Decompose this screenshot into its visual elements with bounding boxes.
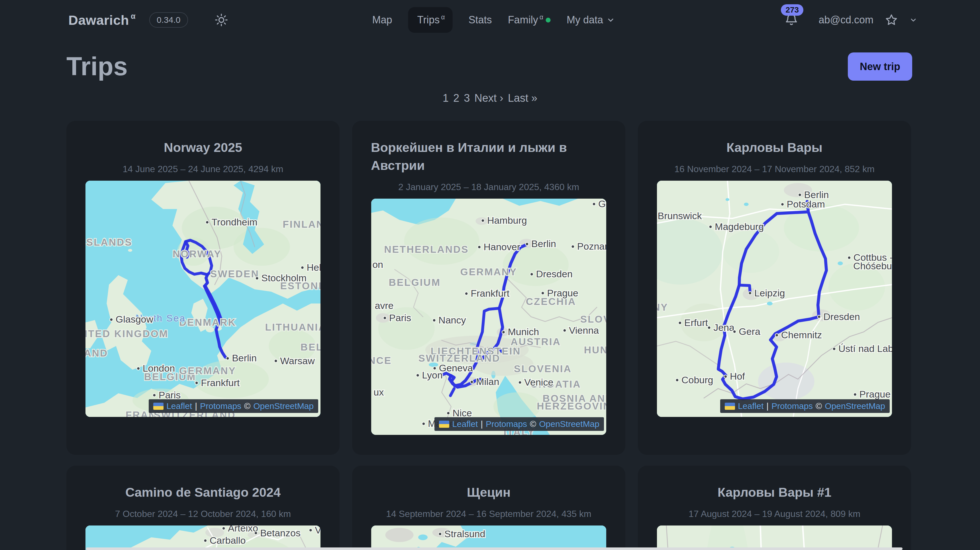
ukraine-flag-icon xyxy=(153,403,164,410)
navbar-right: 273 ab@cd.com xyxy=(784,13,917,27)
star-icon[interactable] xyxy=(885,13,898,27)
svg-text:Hof: Hof xyxy=(730,371,745,382)
nav-item-trips[interactable]: Tripsα xyxy=(408,7,453,33)
pagination-last[interactable]: Last » xyxy=(508,92,538,104)
svg-text:Paris: Paris xyxy=(389,312,411,323)
trip-title: Щецин xyxy=(467,483,511,501)
svg-text:Munich: Munich xyxy=(508,326,539,337)
map-attribution: Leaflet | Protomaps © OpenStreetMap xyxy=(720,399,890,413)
nav-item-family[interactable]: Familyα xyxy=(508,14,551,26)
trip-card[interactable]: Воркейшен в Италии и лыжи в Австрии 2 Ja… xyxy=(352,121,625,455)
svg-text:Warsaw: Warsaw xyxy=(280,356,315,366)
openstreetmap-link[interactable]: OpenStreetMap xyxy=(539,419,600,429)
trip-title: Camino de Santiago 2024 xyxy=(125,483,281,501)
trip-card[interactable]: Карловы Вары #1 17 August 2024 – 19 Augu… xyxy=(638,466,911,550)
user-email: ab@cd.com xyxy=(818,14,873,26)
trip-map[interactable]: BerlinPotsdamBrunswickMagdeburgCottbus -… xyxy=(657,181,892,417)
nav-item-map[interactable]: Map xyxy=(372,14,392,26)
horizontal-scrollbar[interactable] xyxy=(86,547,902,550)
svg-text:Trondheim: Trondheim xyxy=(212,217,257,227)
leaflet-link[interactable]: Leaflet xyxy=(738,401,764,411)
trip-map[interactable] xyxy=(657,526,892,550)
svg-text:Nice: Nice xyxy=(453,408,472,418)
trip-dates: 14 June 2025 – 24 June 2025, 4294 km xyxy=(123,164,283,174)
svg-text:Erfurt: Erfurt xyxy=(684,317,708,328)
trip-map[interactable]: NETHERLANDSBELGIUMGERMANYCZECHIAAUSTRIAL… xyxy=(371,199,606,435)
notifications-button[interactable]: 273 xyxy=(784,13,799,27)
trip-card[interactable]: Карловы Вары 16 November 2024 – 17 Novem… xyxy=(638,121,911,455)
svg-text:Arteixo: Arteixo xyxy=(228,526,258,534)
user-menu-chevron-icon[interactable] xyxy=(909,16,917,24)
theme-toggle-button[interactable] xyxy=(215,13,228,27)
svg-text:Venice: Venice xyxy=(524,377,553,387)
svg-text:ux: ux xyxy=(374,387,384,397)
alpha-badge: α xyxy=(539,13,543,21)
trips-grid: Norway 2025 14 June 2025 – 24 June 2025,… xyxy=(66,121,914,550)
svg-text:NORWAY: NORWAY xyxy=(173,248,222,259)
pagination-next[interactable]: Next › xyxy=(474,92,503,104)
notifications-count-badge: 273 xyxy=(781,4,803,16)
pagination: 1 2 3 Next › Last » xyxy=(0,92,980,104)
svg-text:Berlin: Berlin xyxy=(232,352,257,363)
trip-card[interactable]: Norway 2025 14 June 2025 – 24 June 2025,… xyxy=(66,121,340,455)
dawarich-app: Dawarichα 0.34.0 Map Tripsα Stats Family xyxy=(0,0,980,550)
svg-text:GERMANY: GERMANY xyxy=(460,266,517,277)
protomaps-link[interactable]: Protomaps xyxy=(200,401,241,411)
app-logo[interactable]: Dawarichα xyxy=(68,12,134,28)
new-trip-button[interactable]: New trip xyxy=(848,53,912,81)
svg-text:Hanover: Hanover xyxy=(484,241,520,252)
ukraine-flag-icon xyxy=(725,403,735,410)
svg-text:GERMANY: GERMANY xyxy=(179,365,236,376)
map-attribution: Leaflet | Protomaps © OpenStreetMap xyxy=(434,417,604,431)
svg-text:Frankfurt: Frankfurt xyxy=(471,288,510,299)
nav-item-stats[interactable]: Stats xyxy=(469,14,492,26)
svg-text:Frankfurt: Frankfurt xyxy=(201,377,240,388)
svg-text:SWEDEN: SWEDEN xyxy=(210,268,259,279)
trip-dates: 17 August 2024 – 19 August 2024, 809 km xyxy=(689,509,860,519)
leaflet-link[interactable]: Leaflet xyxy=(452,419,478,429)
leaflet-link[interactable]: Leaflet xyxy=(166,401,192,411)
svg-text:Lyon: Lyon xyxy=(422,370,442,381)
trip-card[interactable]: Camino de Santiago 2024 7 October 2024 –… xyxy=(66,466,340,550)
ukraine-flag-icon xyxy=(439,421,449,428)
svg-text:Stralsund: Stralsund xyxy=(444,528,485,539)
svg-text:Ústí nad Labem: Ústí nad Labem xyxy=(838,343,892,354)
trip-title: Norway 2025 xyxy=(164,139,242,156)
navbar-left: Dawarichα 0.34.0 xyxy=(68,12,228,28)
svg-text:Dresden: Dresden xyxy=(823,311,860,322)
page-title: Trips xyxy=(66,53,127,80)
openstreetmap-link[interactable]: OpenStreetMap xyxy=(253,401,313,411)
svg-text:Geneva: Geneva xyxy=(439,362,473,373)
trip-title: Карловы Вары xyxy=(727,139,822,156)
svg-text:BELGIUM: BELGIUM xyxy=(388,277,441,288)
svg-text:Stockholm: Stockholm xyxy=(261,273,307,283)
nav-item-my-data[interactable]: My data xyxy=(566,14,615,26)
svg-text:Poznan: Poznan xyxy=(577,241,606,252)
version-badge: 0.34.0 xyxy=(149,12,188,28)
svg-text:Leipzig: Leipzig xyxy=(754,287,785,298)
pagination-page-2[interactable]: 2 xyxy=(453,92,459,104)
svg-text:Prague: Prague xyxy=(547,287,578,298)
map-attribution: Leaflet | Protomaps © OpenStreetMap xyxy=(149,399,318,413)
svg-text:Jena: Jena xyxy=(713,322,735,333)
pagination-page-1[interactable]: 1 xyxy=(443,92,449,104)
trip-map[interactable]: ArteixoBetanzosCarballoVilá xyxy=(86,526,320,550)
trip-card[interactable]: Щецин 14 September 2024 – 16 September 2… xyxy=(352,466,625,550)
trip-title: Карловы Вары #1 xyxy=(718,483,832,501)
svg-text:Berlin: Berlin xyxy=(531,238,556,249)
trip-map[interactable]: E ISLANDSFINLANDNORWAYSWEDENESTONIADENMA… xyxy=(86,181,320,417)
protomaps-link[interactable]: Protomaps xyxy=(772,401,813,411)
svg-text:Nancy: Nancy xyxy=(438,315,466,325)
page-header: Trips New trip xyxy=(0,40,980,81)
svg-text:Glasgow: Glasgow xyxy=(116,314,154,325)
trip-map[interactable]: Stralsund xyxy=(371,526,606,550)
svg-text:Vienna: Vienna xyxy=(569,325,599,336)
svg-text:LITHUANIA: LITHUANIA xyxy=(265,322,320,333)
openstreetmap-link[interactable]: OpenStreetMap xyxy=(825,401,885,411)
pagination-page-3[interactable]: 3 xyxy=(464,92,470,104)
svg-text:E ISLANDS: E ISLANDS xyxy=(86,236,132,248)
alpha-badge: α xyxy=(131,12,135,21)
svg-text:BELA: BELA xyxy=(301,341,320,352)
protomaps-link[interactable]: Protomaps xyxy=(486,419,527,429)
svg-text:NETHERLANDS: NETHERLANDS xyxy=(384,244,469,255)
